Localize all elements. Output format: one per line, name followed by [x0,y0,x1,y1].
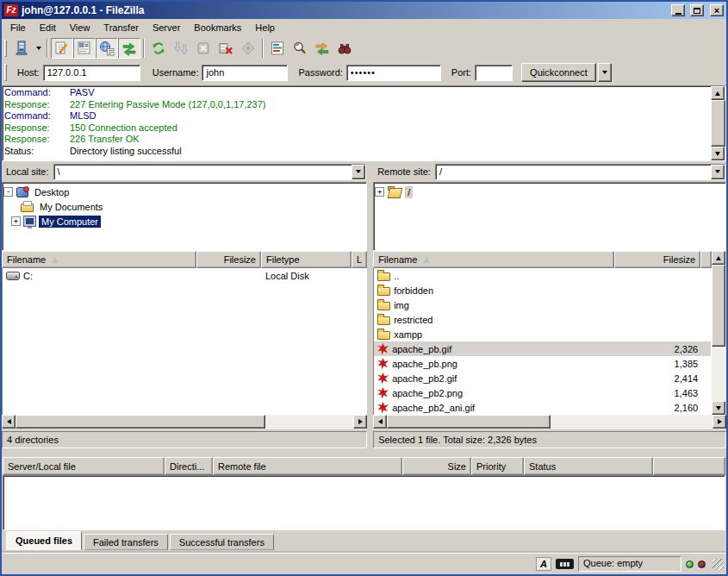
file-row-apache-pb2-gif[interactable]: apache_pb2.gif 2,414 [374,371,711,385]
maximize-button[interactable] [690,4,704,16]
column-header-filesize[interactable]: Filesize [614,251,700,268]
remote-site-combo[interactable]: / [435,164,725,180]
file-row-forbidden[interactable]: forbidden [374,283,711,297]
remote-site-dropdown-button[interactable] [711,165,725,179]
menu-edit[interactable]: Edit [33,20,63,35]
log-line: Response:150 Connection accepted [4,122,709,135]
site-manager-dropdown-button[interactable] [33,38,44,59]
quickconnect-grip[interactable] [4,64,7,81]
local-horizontal-scrollbar[interactable] [2,415,367,429]
collapse-icon[interactable]: - [3,187,13,197]
tab-failed-transfers[interactable]: Failed transfers [84,534,168,550]
scroll-left-button[interactable] [373,415,387,429]
file-row-xampp[interactable]: xampp [374,327,711,341]
remote-horizontal-scrollbar[interactable] [373,415,726,429]
scrollbar-thumb[interactable] [16,415,265,429]
scroll-right-button[interactable] [712,415,726,429]
scrollbar-thumb[interactable] [711,100,725,147]
file-row-parent-dir[interactable]: .. [374,268,711,283]
host-input[interactable] [43,65,140,81]
toolbar-grip[interactable] [4,40,7,57]
password-input[interactable] [346,65,441,81]
pane-splitter[interactable] [367,161,373,448]
disconnect-button[interactable] [215,38,237,59]
menu-server[interactable]: Server [146,20,187,35]
column-header-filesize[interactable]: Filesize [196,251,261,268]
refresh-button[interactable] [147,38,170,59]
port-input[interactable] [475,65,513,81]
site-manager-button[interactable] [10,38,33,59]
expand-icon[interactable]: + [11,216,21,226]
column-header-filename[interactable]: Filename [373,251,614,268]
directory-filters-button[interactable] [266,38,289,59]
column-header-filename[interactable]: Filename [2,251,196,268]
quickconnect-dropdown-button[interactable] [598,63,612,82]
toggle-message-log-button[interactable] [51,38,73,59]
tree-node-label[interactable]: Desktop [32,186,72,198]
menu-file[interactable]: File [3,20,33,35]
tree-node-desktop[interactable]: - Desktop [3,185,365,199]
transfer-queue-icon [121,41,137,56]
menu-view[interactable]: View [63,20,97,35]
scroll-right-button[interactable] [353,415,367,429]
username-input[interactable] [202,65,288,81]
column-header-filetype[interactable]: Filetype [261,251,352,268]
column-header-remote-file[interactable]: Remote file [213,457,402,475]
filter-icon [270,41,285,56]
column-header-priority[interactable]: Priority [471,457,524,475]
scroll-left-button[interactable] [2,415,16,429]
resize-grip[interactable] [712,559,724,570]
column-header-status[interactable]: Status [524,457,653,475]
menu-bookmarks[interactable]: Bookmarks [187,20,248,35]
log-line: Response:227 Entering Passive Mode (127,… [4,99,709,111]
tree-node-my-documents[interactable]: My Documents [3,199,365,214]
column-header-server-local-file[interactable]: Server/Local file [3,457,165,475]
scrollbar-thumb[interactable] [712,265,725,347]
local-site-dropdown-button[interactable] [352,165,365,179]
expand-icon[interactable]: + [375,187,384,197]
minimize-button[interactable] [671,4,685,16]
queue-list-body[interactable] [3,475,725,530]
scroll-up-button[interactable] [712,251,725,265]
folder-icon [377,316,390,325]
find-files-button[interactable] [333,38,356,59]
reconnect-button[interactable] [237,38,259,59]
scrollbar-thumb[interactable] [387,415,551,429]
remote-vertical-scrollbar[interactable] [712,251,726,415]
tree-node-label[interactable]: My Documents [37,201,105,213]
scroll-down-button[interactable] [712,401,725,415]
quickconnect-button[interactable]: Quickconnect [521,63,596,82]
toggle-transfer-queue-button[interactable] [118,38,140,59]
file-row-apache-pb-png[interactable]: apache_pb.png 1,385 [374,356,711,371]
tree-node-label[interactable]: My Computer [39,216,101,228]
toggle-remote-tree-button[interactable] [96,38,118,59]
column-header-size[interactable]: Size [402,457,471,475]
toggle-local-tree-button[interactable] [73,38,96,59]
cancel-button[interactable] [192,38,215,59]
tab-successful-transfers[interactable]: Successful transfers [170,534,274,550]
column-header-last-modified[interactable]: L [352,251,367,268]
scroll-down-button[interactable] [711,147,725,160]
log-scrollbar[interactable] [711,86,725,160]
file-row-apache-pb2-ani-gif[interactable]: apache_pb2_ani.gif 2,160 [374,400,711,415]
file-row-c-drive[interactable]: C: Local Disk [3,268,366,283]
menu-transfer[interactable]: Transfer [96,20,146,35]
file-row-img[interactable]: img [374,297,711,312]
tree-node-root[interactable]: + / [375,185,725,199]
local-site-combo[interactable]: \ [53,164,367,180]
file-row-apache-pb-gif[interactable]: apache_pb.gif 2,326 [374,341,711,356]
menu-help[interactable]: Help [248,20,282,35]
arrow-right-icon [358,419,363,424]
tree-node-my-computer[interactable]: + My Computer [3,214,365,229]
synchronized-browsing-button[interactable] [311,38,333,59]
scroll-up-button[interactable] [711,86,725,100]
tab-queued-files[interactable]: Queued files [6,531,82,550]
directory-comparison-button[interactable] [289,38,311,59]
file-row-restricted[interactable]: restricted [374,312,711,327]
process-queue-button[interactable] [170,38,192,59]
close-button[interactable]: × [710,4,724,16]
queue-splitter[interactable] [2,448,726,457]
tree-node-label[interactable]: / [405,186,413,198]
column-header-direction[interactable]: Directi... [165,457,213,475]
file-row-apache-pb2-png[interactable]: apache_pb2.png 1,463 [374,385,711,400]
